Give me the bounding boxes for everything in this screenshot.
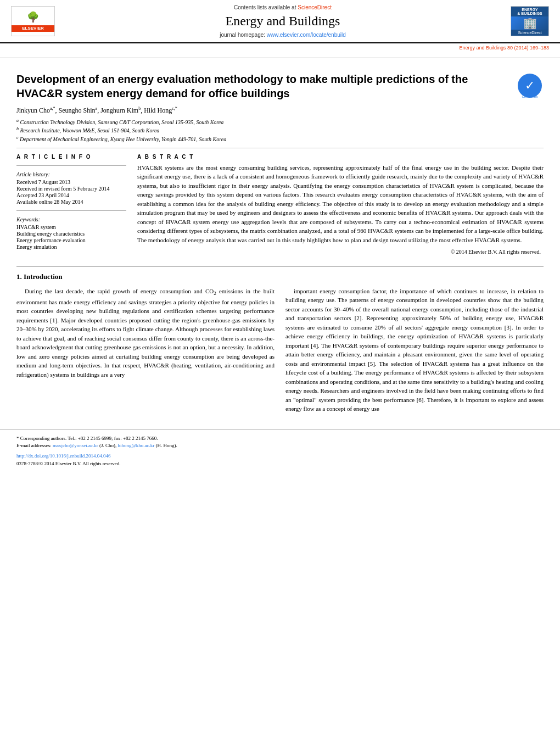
- received-date-1: Received 7 August 2013: [16, 179, 126, 185]
- footnote-text: Corresponding authors. Tel.: +82 2 2145 …: [20, 436, 158, 441]
- email-1-link[interactable]: maxjcho@yonsei.ac.kr: [53, 443, 98, 448]
- eb-logo-image: 🏢: [511, 16, 548, 30]
- affiliation-c: c Department of Mechanical Engineering, …: [16, 135, 544, 142]
- eb-logo: ENERGY& BUILDINGS 🏢 ScienceDirect: [511, 6, 549, 36]
- elsevier-logo: 🌳 ELSEVIER: [11, 6, 55, 36]
- authors-line: Jinkyun Choa,*, Seungho Shina, Jonghurn …: [16, 106, 544, 115]
- keyword-4: Energy simulation: [16, 244, 126, 250]
- available-date: Available online 28 May 2014: [16, 199, 126, 205]
- volume-line: Energy and Buildings 80 (2014) 169–183: [0, 43, 560, 52]
- body-left-col: During the last decade, the rapid growth…: [16, 287, 275, 418]
- email-2-link[interactable]: hihong@khu.ac.kr: [118, 443, 155, 448]
- article-section: Development of an energy evaluation meth…: [0, 64, 560, 266]
- footnote-symbol: *: [16, 436, 19, 441]
- issn-line: 0378-7788/© 2014 Elsevier B.V. All right…: [16, 461, 544, 466]
- accepted-date: Accepted 23 April 2014: [16, 192, 126, 198]
- svg-text:CrossMark: CrossMark: [522, 95, 538, 98]
- footer-section: * Corresponding authors. Tel.: +82 2 214…: [0, 429, 560, 469]
- contents-label: Contents lists available at ScienceDirec…: [66, 4, 500, 10]
- doi-link[interactable]: http://dx.doi.org/10.1016/j.enbuild.2014…: [16, 453, 111, 459]
- sciencedirect-link[interactable]: ScienceDirect: [298, 4, 332, 10]
- abstract-text: HVAC&R systems are the most energy consu…: [137, 163, 544, 245]
- homepage-link[interactable]: www.elsevier.com/locate/enbuild: [267, 32, 346, 38]
- affiliation-a: a Construction Technology Division, Sams…: [16, 118, 544, 125]
- article-info-title: A R T I C L E I N F O: [16, 154, 126, 160]
- abstract-col: A B S T R A C T HVAC&R systems are the m…: [137, 154, 544, 255]
- eb-logo-bottom: ScienceDirect: [511, 30, 548, 36]
- elsevier-wordmark: ELSEVIER: [12, 25, 54, 32]
- keywords-section: Keywords: HVAC&R system Building energy …: [16, 216, 126, 250]
- svg-text:✓: ✓: [525, 79, 535, 92]
- keyword-3: Energy performance evaluation: [16, 237, 126, 243]
- article-info-col: A R T I C L E I N F O Article history: R…: [16, 154, 126, 255]
- journal-center: Contents lists available at ScienceDirec…: [55, 4, 511, 38]
- footnote: * Corresponding authors. Tel.: +82 2 214…: [16, 435, 544, 449]
- journal-header: 🌳 ELSEVIER Contents lists available at S…: [0, 0, 560, 43]
- received-date-2: Received in revised form 5 February 2014: [16, 186, 126, 192]
- body-section: 1. Introduction During the last decade, …: [0, 267, 560, 423]
- journal-title-header: Energy and Buildings: [66, 14, 500, 29]
- body-two-col: During the last decade, the rapid growth…: [16, 287, 544, 418]
- email-label: E-mail addresses:: [16, 443, 52, 448]
- article-history: Article history: Received 7 August 2013 …: [16, 171, 126, 205]
- crossmark-icon: ✓ CrossMark: [516, 72, 544, 99]
- abstract-title: A B S T R A C T: [137, 154, 544, 160]
- info-abstract-cols: A R T I C L E I N F O Article history: R…: [16, 154, 544, 255]
- eb-logo-top: ENERGY& BUILDINGS: [511, 7, 548, 16]
- article-title: Development of an energy evaluation meth…: [16, 72, 516, 101]
- homepage-line: journal homepage: www.elsevier.com/locat…: [66, 32, 500, 38]
- keyword-1: HVAC&R system: [16, 224, 126, 230]
- history-label: Article history:: [16, 171, 126, 177]
- body-para-left-1: During the last decade, the rapid growth…: [16, 287, 275, 379]
- intro-heading: 1. Introduction: [16, 272, 544, 281]
- keyword-2: Building energy characteristics: [16, 231, 126, 237]
- copyright-notice: © 2014 Elsevier B.V. All rights reserved…: [137, 249, 544, 255]
- article-title-row: Development of an energy evaluation meth…: [16, 72, 544, 101]
- body-para-right-1: important energy consumption factor, the…: [285, 287, 544, 414]
- keywords-label: Keywords:: [16, 216, 126, 222]
- affiliations: a Construction Technology Division, Sams…: [16, 118, 544, 142]
- body-right-col: important energy consumption factor, the…: [285, 287, 544, 418]
- affiliation-b: b Research Institute, Woowon M&E, Seoul …: [16, 126, 544, 133]
- elsevier-tree-icon: 🌳: [27, 11, 39, 23]
